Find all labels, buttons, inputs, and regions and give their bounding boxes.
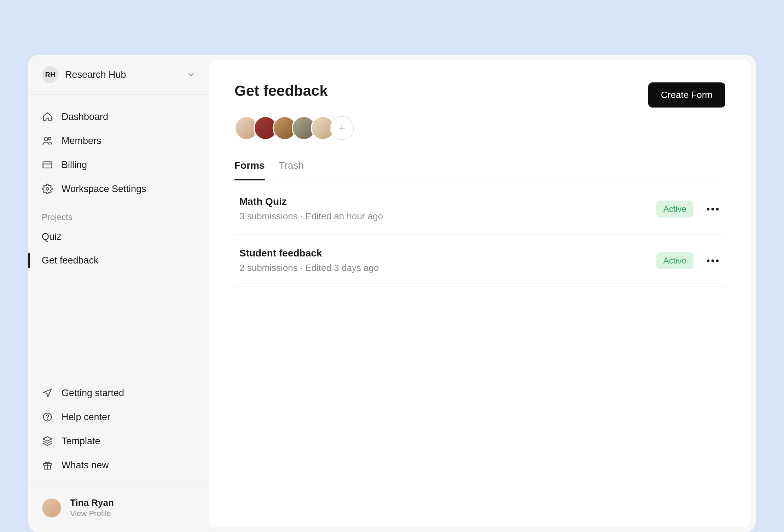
credit-card-icon xyxy=(42,159,53,170)
project-item-quiz[interactable]: Quiz xyxy=(28,225,209,249)
project-item-label: Quiz xyxy=(42,231,62,242)
sidebar-item-billing[interactable]: Billing xyxy=(36,153,201,177)
sidebar-item-whats-new[interactable]: Whats new xyxy=(36,453,201,477)
user-profile-card[interactable]: Tina Ryan View Profile xyxy=(28,487,209,532)
chevron-down-icon xyxy=(187,70,195,79)
svg-point-6 xyxy=(47,419,48,420)
home-icon xyxy=(42,111,53,122)
tab-trash[interactable]: Trash xyxy=(279,160,304,180)
forms-list: Math Quiz 3 submissions · Edited an hour… xyxy=(234,183,725,287)
sidebar-item-label: Dashboard xyxy=(62,111,108,122)
arrow-icon xyxy=(42,387,53,399)
sidebar-item-label: Billing xyxy=(62,160,87,170)
view-profile-link[interactable]: View Profile xyxy=(70,509,114,518)
form-title: Math Quiz xyxy=(239,196,656,207)
add-member-button[interactable] xyxy=(330,116,354,140)
projects-list: Quiz Get feedback xyxy=(28,225,209,272)
row-menu-button[interactable]: ••• xyxy=(706,254,720,268)
svg-rect-2 xyxy=(43,162,52,168)
workspace-name: Research Hub xyxy=(65,69,180,80)
sidebar-item-getting-started[interactable]: Getting started xyxy=(36,381,201,405)
sidebar-item-label: Getting started xyxy=(62,388,124,399)
project-item-label: Get feedback xyxy=(42,255,99,266)
svg-point-4 xyxy=(46,187,49,190)
main-header: Get feedback Create Form xyxy=(234,82,725,108)
sidebar-item-label: Members xyxy=(62,135,101,146)
form-meta: 2 submissions · Edited 3 days ago xyxy=(239,262,656,273)
status-badge: Active xyxy=(656,252,693,269)
sidebar-item-dashboard[interactable]: Dashboard xyxy=(36,105,201,129)
sidebar-item-label: Whats new xyxy=(62,460,109,471)
row-menu-button[interactable]: ••• xyxy=(706,202,720,216)
footer-nav: Getting started Help center Template Wha… xyxy=(28,375,209,487)
more-icon: ••• xyxy=(707,255,720,266)
tab-forms[interactable]: Forms xyxy=(234,160,265,180)
sidebar-item-template[interactable]: Template xyxy=(36,429,201,453)
gift-icon xyxy=(42,459,53,471)
avatar xyxy=(42,498,62,518)
svg-marker-7 xyxy=(43,437,52,441)
page-title: Get feedback xyxy=(234,82,328,99)
gear-icon xyxy=(42,183,53,195)
layers-icon xyxy=(42,435,53,447)
sidebar-item-help-center[interactable]: Help center xyxy=(36,405,201,429)
members-avatars xyxy=(234,116,725,140)
form-title: Student feedback xyxy=(239,248,656,259)
workspace-avatar: RH xyxy=(42,66,59,83)
help-icon xyxy=(42,411,53,423)
users-icon xyxy=(42,135,53,146)
plus-icon xyxy=(338,124,346,132)
workspace-selector[interactable]: RH Research Hub xyxy=(28,55,209,95)
form-row[interactable]: Student feedback 2 submissions · Edited … xyxy=(234,235,725,287)
sidebar-item-label: Help center xyxy=(62,412,110,423)
form-meta: 3 submissions · Edited an hour ago xyxy=(239,211,656,222)
projects-section-label: Projects xyxy=(28,201,209,225)
svg-point-0 xyxy=(44,137,48,141)
svg-point-1 xyxy=(48,137,51,140)
sidebar-item-label: Workspace Settings xyxy=(62,184,146,195)
sidebar-item-settings[interactable]: Workspace Settings xyxy=(36,177,201,201)
project-item-get-feedback[interactable]: Get feedback xyxy=(28,249,209,272)
status-badge: Active xyxy=(656,201,693,218)
user-name: Tina Ryan xyxy=(70,497,114,508)
form-row[interactable]: Math Quiz 3 submissions · Edited an hour… xyxy=(234,183,725,235)
more-icon: ••• xyxy=(707,203,720,215)
main-content: Get feedback Create Form Forms Trash Mat… xyxy=(209,60,751,527)
primary-nav: Dashboard Members Billing Workspace Sett… xyxy=(28,95,209,201)
create-form-button[interactable]: Create Form xyxy=(648,82,725,108)
app-window: RH Research Hub Dashboard Members xyxy=(28,55,756,532)
sidebar: RH Research Hub Dashboard Members xyxy=(28,55,209,532)
sidebar-item-members[interactable]: Members xyxy=(36,129,201,153)
content-tabs: Forms Trash xyxy=(234,160,725,180)
sidebar-item-label: Template xyxy=(62,436,100,447)
